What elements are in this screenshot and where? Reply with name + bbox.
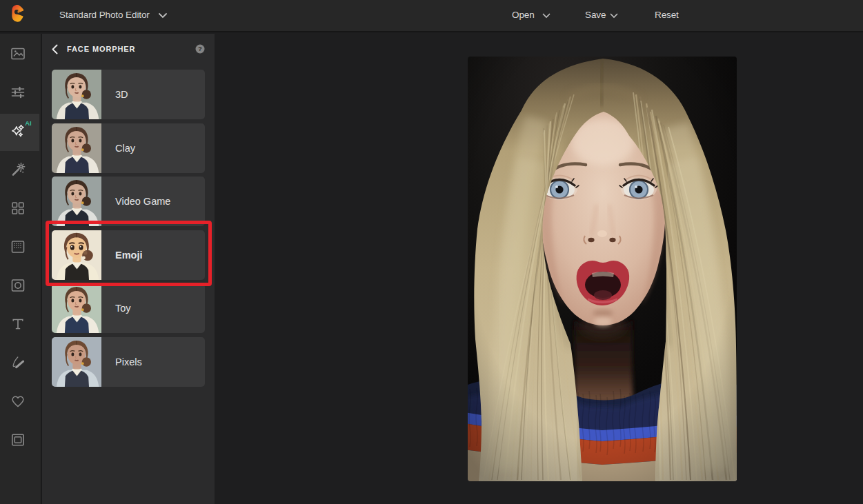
svg-text:?: ? bbox=[198, 45, 202, 52]
svg-text:AI: AI bbox=[25, 119, 32, 127]
